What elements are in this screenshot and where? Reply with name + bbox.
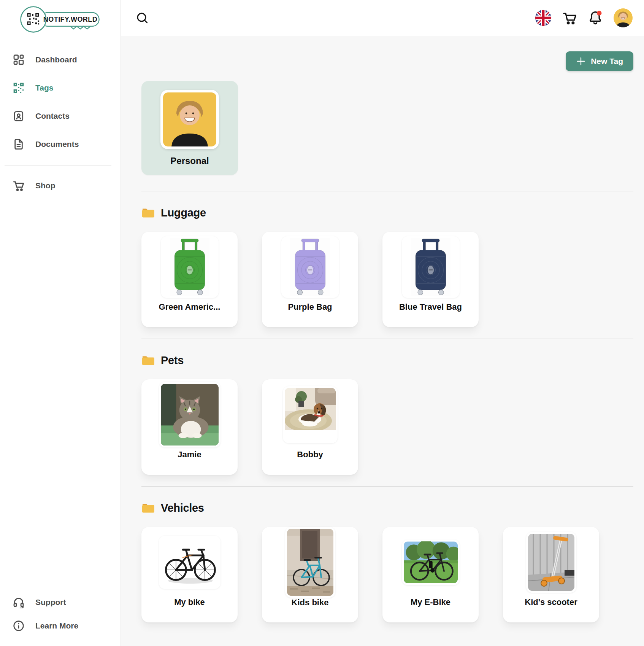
tag-card-label: Kid's scooter: [525, 597, 577, 622]
sidebar-item-support[interactable]: Support: [0, 590, 121, 614]
sidebar-item-label: Support: [35, 598, 66, 607]
search-button[interactable]: [135, 11, 149, 25]
section-divider: [141, 339, 633, 339]
tag-photo-kids-bike: [285, 527, 335, 598]
tag-photo-my-ebike: [402, 539, 460, 585]
sidebar-item-label: Learn More: [35, 621, 78, 630]
section-pets: Pets: [141, 353, 633, 475]
section-title: Pets: [161, 354, 184, 367]
user-avatar-image: [614, 8, 633, 27]
user-avatar[interactable]: [614, 8, 633, 27]
tag-card-label: Jamie: [178, 450, 201, 475]
sidebar-item-learn-more[interactable]: Learn More: [0, 614, 121, 638]
sidebar-spacer: [0, 200, 121, 590]
personal-photo: [163, 92, 216, 146]
tag-card-my-bike[interactable]: My bike: [141, 527, 238, 622]
sidebar-item-contacts[interactable]: Contacts: [0, 102, 121, 130]
tag-card-green-suitcase[interactable]: Green Americ...: [141, 232, 238, 327]
new-tag-label: New Tag: [591, 57, 623, 66]
sidebar-item-shop[interactable]: Shop: [0, 172, 121, 200]
brand-name: NOTIFY.WORLD: [43, 16, 97, 23]
cart-icon: [562, 10, 577, 25]
plus-icon: [576, 56, 586, 66]
sidebar-item-documents[interactable]: Documents: [0, 130, 121, 158]
orange-scooter-image: [528, 534, 574, 591]
search-icon: [135, 11, 149, 25]
tag-photo-blue-travel-bag: [402, 236, 460, 298]
sidebar-item-label: Contacts: [35, 111, 70, 121]
folder-icon: [141, 355, 155, 366]
tag-card-label: Bobby: [297, 450, 323, 475]
contacts-icon: [13, 110, 25, 122]
tag-card-label: Blue Travel Bag: [399, 302, 462, 327]
new-tag-button[interactable]: New Tag: [566, 51, 633, 71]
documents-icon: [13, 138, 25, 150]
brand-logo[interactable]: NOTIFY.WORLD: [19, 5, 121, 36]
language-flag-uk-icon: [535, 10, 552, 26]
green-suitcase-image: [163, 238, 217, 296]
cart-button[interactable]: [562, 10, 577, 25]
tag-photo-purple-bag: [281, 236, 339, 298]
tag-card-kids-bike[interactable]: Kids bike: [262, 527, 358, 622]
notification-bell-icon: [587, 10, 603, 26]
tag-card-blue-travel-bag[interactable]: Blue Travel Bag: [382, 232, 479, 327]
personal-tag-label: Personal: [170, 156, 209, 166]
sidebar-item-label: Shop: [35, 181, 56, 190]
language-selector[interactable]: [535, 10, 552, 26]
notification-dot: [597, 11, 602, 16]
personal-tag-card[interactable]: Personal: [141, 81, 238, 175]
section-title: Vehicles: [161, 502, 204, 514]
folder-icon: [141, 502, 155, 514]
content-area: New Tag Personal: [121, 36, 644, 646]
tag-card-label: Green Americ...: [159, 302, 220, 327]
teal-kids-bike-image: [287, 529, 333, 596]
black-mountain-bike-image: [161, 538, 219, 587]
tag-card-purple-bag[interactable]: Purple Bag: [262, 232, 358, 327]
cat-on-grass-image: [161, 384, 219, 446]
tag-card-label: My E-Bike: [411, 597, 450, 622]
purple-suitcase-image: [283, 238, 337, 296]
folder-icon: [141, 207, 155, 219]
sidebar-item-label: Documents: [35, 140, 79, 149]
sidebar-item-label: Dashboard: [35, 55, 77, 64]
section-title: Luggage: [161, 207, 206, 219]
cart-icon: [13, 180, 25, 192]
qr-key-logo-icon: NOTIFY.WORLD: [19, 5, 101, 34]
tags-qr-icon: [13, 82, 25, 94]
bottom-divider: [141, 634, 633, 634]
tag-card-label: Purple Bag: [288, 302, 332, 327]
tag-card-jamie[interactable]: Jamie: [141, 379, 238, 475]
headset-icon: [13, 596, 25, 608]
main-area: New Tag Personal: [121, 0, 644, 646]
info-icon: [13, 620, 25, 632]
section-divider: [141, 191, 633, 191]
ebike-on-grass-image: [404, 541, 458, 583]
tag-photo-kids-scooter: [526, 532, 576, 593]
personal-photo-frame: [160, 90, 219, 149]
section-luggage: Luggage: [141, 206, 633, 327]
tag-photo-bobby: [283, 386, 338, 443]
sidebar-item-dashboard[interactable]: Dashboard: [0, 46, 121, 74]
top-bar: [121, 0, 644, 36]
tag-photo-jamie: [159, 382, 220, 447]
sidebar-item-tags[interactable]: Tags: [0, 74, 121, 102]
app-window: NOTIFY.WORLD Dashboard Tags: [0, 0, 644, 646]
tag-card-label: Kids bike: [292, 598, 329, 622]
tag-photo-my-bike: [159, 536, 220, 589]
tag-card-bobby[interactable]: Bobby: [262, 379, 358, 475]
tag-photo-green-suitcase: [161, 236, 219, 298]
tag-card-my-ebike[interactable]: My E-Bike: [382, 527, 479, 622]
tag-card-label: My bike: [174, 597, 205, 622]
dashboard-icon: [13, 54, 25, 66]
tag-card-kids-scooter[interactable]: Kid's scooter: [503, 527, 599, 622]
sidebar: NOTIFY.WORLD Dashboard Tags: [0, 0, 121, 646]
notifications-button[interactable]: [587, 10, 603, 26]
beagle-on-rug-image: [285, 388, 336, 441]
sidebar-item-label: Tags: [35, 83, 53, 92]
navy-suitcase-image: [404, 238, 458, 296]
section-divider: [141, 486, 633, 487]
sidebar-divider: [5, 165, 111, 165]
section-vehicles: Vehicles: [141, 501, 633, 622]
